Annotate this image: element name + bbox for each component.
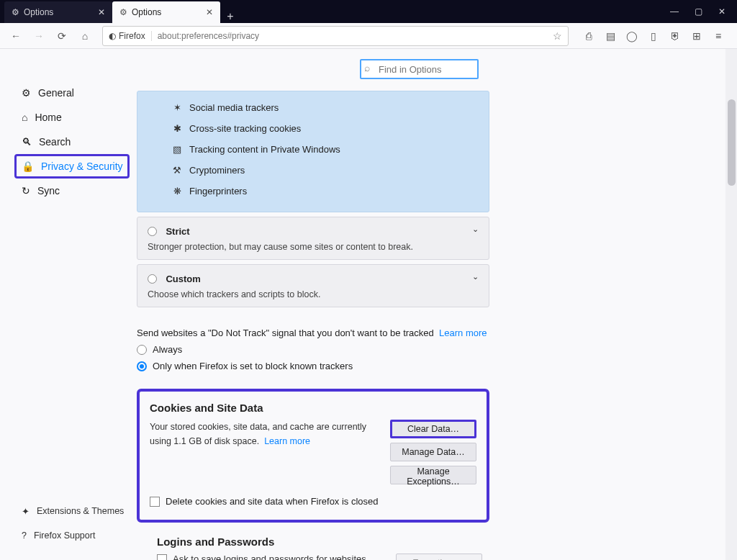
reload-button[interactable]: ⟳: [52, 26, 72, 46]
tab-options-inactive[interactable]: ⚙ Options ✕: [4, 1, 112, 23]
firefox-icon: ◐: [109, 31, 116, 41]
new-tab-button[interactable]: +: [220, 10, 240, 23]
gear-icon: ⚙: [12, 7, 19, 17]
url-text: about:preferences#privacy: [158, 31, 547, 41]
cookies-heading: Cookies and Site Data: [150, 402, 476, 414]
scroll-thumb[interactable]: [728, 99, 736, 186]
home-button[interactable]: ⌂: [75, 26, 95, 46]
bookmark-star-icon[interactable]: ☆: [553, 30, 562, 42]
sidebar-item-label: Privacy & Security: [41, 161, 123, 172]
sidebar-item-label: Sync: [37, 185, 60, 197]
sync-icon: ↻: [22, 185, 30, 197]
content: ✶Social media trackers ✱Cross-site track…: [137, 49, 737, 560]
tracker-social: ✶Social media trackers: [150, 97, 476, 118]
sidebar-item-label: Search: [39, 136, 71, 148]
ask-save-checkbox[interactable]: [157, 554, 167, 561]
radio-strict[interactable]: [148, 227, 157, 236]
titlebar: ⚙ Options ✕ ⚙ Options ✕ + — ▢ ✕: [0, 0, 737, 23]
manage-data-button[interactable]: Manage Data…: [390, 443, 476, 461]
url-bar[interactable]: ◐ Firefox about:preferences#privacy ☆: [102, 26, 569, 46]
close-icon[interactable]: ✕: [98, 7, 105, 17]
home-icon: ⌂: [22, 112, 27, 123]
close-icon[interactable]: ✕: [206, 7, 213, 17]
dnt-only-row[interactable]: Only when Firefox is set to block known …: [137, 361, 489, 371]
sidebar-item-sync[interactable]: ↻ Sync: [20, 179, 137, 203]
gear-icon: ⚙: [119, 7, 127, 17]
identity-label: Firefox: [119, 31, 145, 41]
dnt-learn-more-link[interactable]: Learn more: [439, 328, 487, 338]
sidebar-item-search[interactable]: 🔍︎ Search: [20, 130, 137, 154]
toolbar-icons: ⎙ ▤ ◯ ▯ ⛨ ⊞ ≡: [576, 30, 731, 42]
close-window-icon[interactable]: ✕: [718, 6, 725, 17]
chevron-down-icon: ⌄: [472, 225, 479, 234]
main: ⚙ General ⌂ Home 🔍︎ Search 🔒 Privacy & S…: [0, 49, 737, 560]
delete-on-close-row[interactable]: Delete cookies and site data when Firefo…: [150, 496, 476, 507]
sidebar-support[interactable]: ? Firefox Support: [20, 525, 137, 546]
account-icon[interactable]: ◯: [626, 30, 638, 42]
library-icon[interactable]: ⎙: [583, 30, 594, 42]
sidebar-item-general[interactable]: ⚙ General: [20, 81, 137, 105]
search-icon: 🔍︎: [22, 136, 32, 148]
navbar: ← → ⟳ ⌂ ◐ Firefox about:preferences#priv…: [0, 23, 737, 49]
forward-button[interactable]: →: [29, 26, 49, 46]
preferences-sidebar: ⚙ General ⌂ Home 🔍︎ Search 🔒 Privacy & S…: [0, 49, 137, 560]
manage-exceptions-button[interactable]: Manage Exceptions…: [390, 466, 476, 484]
protection-custom-row[interactable]: Custom ⌄ Choose which trackers and scrip…: [137, 264, 489, 307]
logins-exceptions-button[interactable]: Exceptions…: [396, 554, 482, 560]
delete-on-close-checkbox[interactable]: [150, 497, 160, 507]
sidebar-item-label: Firefox Support: [34, 530, 95, 541]
radio-only-known[interactable]: [137, 361, 147, 371]
tracker-fingerprinters: ❋Fingerprinters: [150, 181, 476, 202]
radio-custom[interactable]: [148, 274, 157, 284]
content-icon: ▧: [172, 144, 182, 155]
dnt-always-row[interactable]: Always: [137, 344, 489, 355]
help-icon: ?: [22, 530, 27, 541]
tracker-content: ▧Tracking content in Private Windows: [150, 139, 476, 160]
cookies-learn-more-link[interactable]: Learn more: [264, 436, 310, 446]
window-controls: — ▢ ✕: [670, 0, 737, 23]
logins-heading: Logins and Passwords: [157, 536, 489, 548]
tab-label: Options: [24, 7, 53, 17]
sidebar-item-label: General: [38, 87, 74, 99]
dnt-section: Send websites a "Do Not Track" signal th…: [137, 328, 489, 371]
miner-icon: ⚒: [172, 165, 182, 176]
identity-box[interactable]: ◐ Firefox: [109, 31, 152, 41]
protection-icon[interactable]: ▯: [648, 30, 659, 42]
standard-protection-box: ✶Social media trackers ✱Cross-site track…: [137, 91, 489, 212]
sidebar-item-label: Extensions & Themes: [37, 506, 124, 516]
shield-icon[interactable]: ⛨: [669, 30, 681, 42]
back-button[interactable]: ←: [6, 26, 26, 46]
sidebar-item-label: Home: [35, 112, 61, 123]
puzzle-icon: ✦: [22, 506, 30, 517]
sidebar-item-home[interactable]: ⌂ Home: [20, 105, 137, 130]
menu-icon[interactable]: ≡: [713, 30, 724, 42]
gear-icon: ⚙: [22, 87, 31, 99]
tracker-cryptominers: ⚒Cryptominers: [150, 160, 476, 181]
clear-data-button[interactable]: Clear Data…: [390, 420, 476, 438]
protection-strict-row[interactable]: Strict ⌄ Stronger protection, but may ca…: [137, 217, 489, 260]
cookies-description: Your stored cookies, site data, and cach…: [150, 420, 374, 484]
cookie-icon: ✱: [172, 123, 182, 134]
search-options-input[interactable]: [360, 59, 479, 79]
tracker-cookies: ✱Cross-site tracking cookies: [150, 118, 476, 139]
ask-save-row[interactable]: Ask to save logins and passwords for web…: [157, 554, 387, 560]
social-icon: ✶: [172, 102, 182, 113]
radio-always[interactable]: [137, 345, 147, 355]
sidebar-extensions[interactable]: ✦ Extensions & Themes: [20, 501, 137, 521]
minimize-icon[interactable]: —: [670, 6, 679, 17]
extensions-icon[interactable]: ⊞: [691, 30, 702, 42]
lock-icon: 🔒: [22, 161, 34, 172]
tab-label: Options: [132, 7, 161, 17]
cookies-section: Cookies and Site Data Your stored cookie…: [137, 389, 489, 523]
logins-section: Logins and Passwords Ask to save logins …: [137, 536, 489, 560]
tab-options-active[interactable]: ⚙ Options ✕: [112, 1, 220, 23]
maximize-icon[interactable]: ▢: [695, 6, 702, 17]
scrollbar[interactable]: [725, 49, 737, 560]
sidebar-item-privacy[interactable]: 🔒 Privacy & Security: [14, 154, 130, 179]
chevron-down-icon: ⌄: [472, 272, 479, 281]
sidebar-icon[interactable]: ▤: [605, 30, 616, 42]
fingerprint-icon: ❋: [172, 186, 182, 197]
